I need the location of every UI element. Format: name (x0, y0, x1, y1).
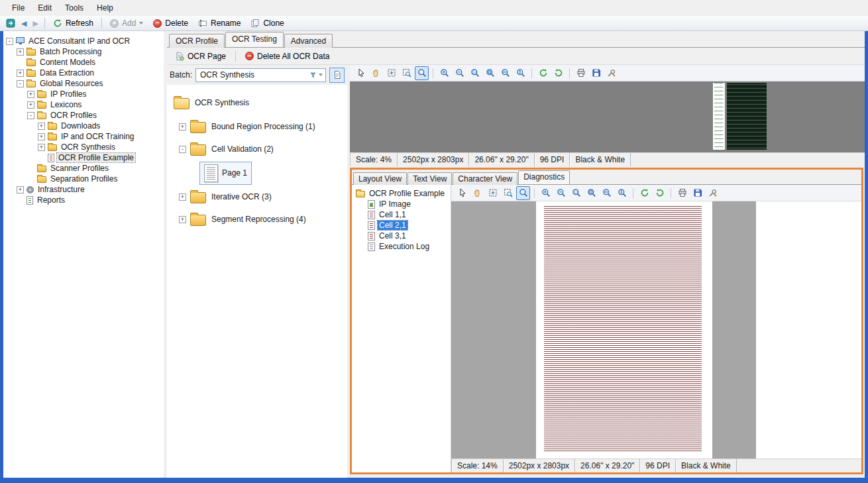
pan-tool-icon[interactable] (470, 186, 484, 200)
fit-width-icon[interactable] (498, 66, 512, 80)
zoom-tool-icon[interactable] (415, 66, 429, 80)
region-select-tool-icon[interactable] (384, 66, 398, 80)
ocr-page-button[interactable]: OCR Page (170, 50, 231, 63)
menu-help[interactable]: Help (90, 1, 120, 15)
zoom-out-icon[interactable] (453, 66, 466, 80)
expand-icon[interactable] (179, 193, 186, 201)
zoom-out-icon[interactable] (554, 186, 568, 200)
diagnostics-canvas[interactable] (451, 201, 861, 458)
tab-ocr-profile[interactable]: OCR Profile (169, 34, 225, 48)
collapse-icon[interactable] (6, 38, 13, 45)
combobox-dropdown-icon[interactable] (319, 74, 323, 76)
sidebar-item-ip-and-ocr-training[interactable]: IP and OCR Training (3, 131, 164, 142)
save-image-icon[interactable] (589, 66, 603, 80)
print-icon[interactable] (574, 66, 588, 80)
collapse-icon[interactable] (27, 112, 34, 119)
zoom-in-icon[interactable] (539, 186, 553, 200)
collapse-icon[interactable] (17, 80, 24, 87)
refresh-button[interactable]: Refresh (49, 17, 97, 29)
menu-edit[interactable]: Edit (31, 1, 58, 15)
view-page-toggle-button[interactable] (329, 68, 345, 83)
sidebar-item-global-resources[interactable]: Global Resources (3, 78, 164, 89)
print-icon[interactable] (675, 186, 689, 200)
diag-node-ocr-profile-example[interactable]: OCR Profile Example (356, 188, 451, 199)
collapse-icon[interactable] (179, 146, 186, 153)
sidebar-item-separation-profiles[interactable]: Separation Profiles (3, 174, 164, 184)
fit-width-icon[interactable] (600, 186, 614, 200)
menu-tools[interactable]: Tools (58, 1, 90, 15)
sidebar-item-data-extraction[interactable]: Data Extraction (3, 68, 164, 78)
sidebar-item-root[interactable]: ACE Consultant IP and OCR (3, 36, 164, 46)
expand-icon[interactable] (38, 133, 45, 140)
tab-ocr-testing[interactable]: OCR Testing (225, 32, 284, 47)
reset-view-icon[interactable] (551, 66, 565, 80)
region-select-tool-icon[interactable] (486, 186, 500, 200)
diag-node-execution-log[interactable]: Execution Log (356, 241, 451, 252)
sidebar-item-ocr-synthesis[interactable]: OCR Synthesis (3, 142, 164, 152)
zoom-region-tool-icon[interactable] (400, 66, 413, 80)
zoom-in-icon[interactable] (437, 66, 451, 80)
batch-node-iterative-ocr[interactable]: Iterative OCR (3) (174, 186, 347, 208)
zoom-fit-icon[interactable] (483, 66, 497, 80)
sidebar-item-lexicons[interactable]: Lexicons (3, 99, 164, 110)
refresh-view-icon[interactable] (637, 186, 651, 200)
sidebar-item-reports[interactable]: Reports (3, 195, 164, 205)
expand-icon[interactable] (17, 186, 24, 193)
sidebar-item-content-models[interactable]: Content Models (3, 57, 164, 68)
expand-icon[interactable] (27, 91, 34, 98)
tab-layout-view[interactable]: Layout View (353, 172, 407, 185)
pointer-tool-icon[interactable] (354, 66, 368, 80)
add-dropdown-icon[interactable] (139, 22, 143, 25)
expand-icon[interactable] (179, 123, 186, 131)
sidebar-item-ip-profiles[interactable]: IP Profiles (3, 89, 164, 99)
sidebar-item-ocr-profiles[interactable]: OCR Profiles (3, 110, 164, 121)
image-viewer-canvas[interactable] (350, 81, 865, 152)
delete-button[interactable]: Delete (149, 17, 192, 29)
page-selection[interactable]: Page 1 (200, 162, 251, 184)
refresh-view-icon[interactable] (536, 66, 550, 80)
navigate-icon[interactable] (3, 17, 17, 30)
image-settings-icon[interactable] (706, 186, 720, 200)
pan-tool-icon[interactable] (369, 66, 383, 80)
tab-text-view[interactable]: Text View (407, 172, 452, 185)
sidebar-item-scanner-profiles[interactable]: Scanner Profiles (3, 163, 164, 174)
zoom-tool-icon[interactable] (516, 186, 530, 200)
expand-icon[interactable] (17, 48, 24, 56)
sidebar-item-batch-processing[interactable]: Batch Processing (3, 46, 164, 57)
zoom-actual-size-icon[interactable]: 1:1 (569, 186, 583, 200)
pointer-tool-icon[interactable] (455, 186, 469, 200)
batch-node-segment-reprocessing[interactable]: Segment Reprocessing (4) (174, 208, 347, 231)
zoom-region-tool-icon[interactable] (501, 186, 515, 200)
image-settings-icon[interactable] (604, 66, 618, 80)
sidebar-item-downloads[interactable]: Downloads (3, 121, 164, 131)
back-icon[interactable]: ◀ (19, 19, 28, 28)
rename-button[interactable]: Rename (194, 17, 244, 29)
filter-icon[interactable] (309, 72, 317, 79)
batch-node-ocr-synthesis[interactable]: OCR Synthesis (174, 90, 347, 115)
diag-node-ip-image[interactable]: IP Image (356, 199, 451, 209)
sidebar-item-infrastructure[interactable]: Infrastructure (3, 184, 164, 195)
batch-combobox[interactable]: OCR Synthesis (195, 68, 326, 82)
batch-node-bound-region-processing[interactable]: Bound Region Processing (1) (174, 115, 347, 138)
reset-view-icon[interactable] (653, 186, 667, 200)
zoom-actual-size-icon[interactable]: 1:1 (468, 66, 482, 80)
tab-advanced[interactable]: Advanced (284, 34, 333, 48)
fit-height-icon[interactable] (615, 186, 629, 200)
diag-node-cell-2-1[interactable]: Cell 2,1 (356, 220, 451, 231)
batch-node-page-1[interactable]: Page 1 (174, 160, 347, 186)
tab-diagnostics[interactable]: Diagnostics (518, 170, 570, 184)
expand-icon[interactable] (179, 216, 186, 223)
expand-icon[interactable] (38, 144, 45, 151)
clone-button[interactable]: Clone (246, 17, 288, 29)
diag-node-cell-3-1[interactable]: Cell 3,1 (356, 231, 451, 241)
delete-all-ocr-data-button[interactable]: Delete All OCR Data (241, 50, 334, 63)
expand-icon[interactable] (27, 101, 34, 109)
menu-file[interactable]: File (5, 1, 31, 15)
add-button[interactable]: Add (106, 17, 147, 29)
save-image-icon[interactable] (690, 186, 704, 200)
forward-icon[interactable]: ▶ (30, 19, 40, 28)
zoom-fit-icon[interactable] (584, 186, 598, 200)
batch-node-cell-validation[interactable]: Cell Validation (2) (174, 138, 347, 160)
diag-node-cell-1-1[interactable]: Cell 1,1 (356, 209, 451, 220)
fit-height-icon[interactable] (514, 66, 527, 80)
